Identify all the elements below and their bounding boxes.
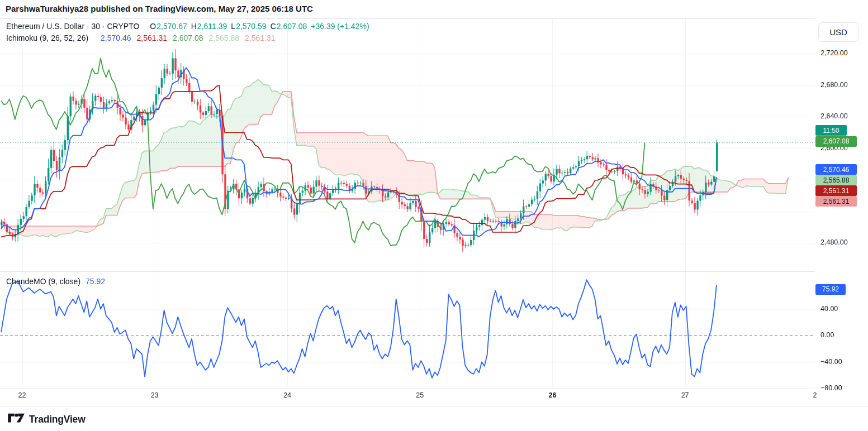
close-label: C xyxy=(271,22,276,31)
time-axis-label: 23 xyxy=(151,391,159,399)
cmo-axis-label: −40.00 xyxy=(820,358,842,366)
axis-badge-senkou-b: 2,561.31 xyxy=(815,196,857,207)
change-value: +36.39 (+1.42%) xyxy=(311,22,369,31)
ichimoku-value: 2,607.08 xyxy=(173,33,203,42)
time-axis-label: 22 xyxy=(18,391,26,399)
symbol-title[interactable]: Ethereum / U.S. Dollar · 30 · CRYPTO xyxy=(6,22,139,31)
ichimoku-values: 2,570.462,561.312,607.082,565.882,561.31 xyxy=(95,33,276,42)
cmo-axis-label: −80.00 xyxy=(820,384,842,392)
open-label: O xyxy=(150,22,156,31)
cmo-axis-label: 40.00 xyxy=(820,305,838,313)
symbol-legend[interactable]: Ethereum / U.S. Dollar · 30 · CRYPTOO2,5… xyxy=(6,22,369,31)
price-axis-label: 2,480.00 xyxy=(820,238,848,246)
tradingview-wordmark[interactable]: TradingView xyxy=(29,414,86,425)
time-axis-label: 24 xyxy=(283,391,291,399)
cmo-legend[interactable]: ChandeMO (9, close)75.92 xyxy=(6,277,105,286)
ichimoku-value: 2,570.46 xyxy=(101,33,131,42)
time-axis-label: 2 xyxy=(813,391,817,399)
tradingview-logo-icon[interactable] xyxy=(8,413,25,426)
axis-badge-tenkan: 2,570.46 xyxy=(815,164,857,175)
price-axis-label: 2,680.00 xyxy=(820,81,848,89)
price-scale[interactable] xyxy=(815,18,868,406)
axis-badge-close: 2,607.08 xyxy=(815,136,857,147)
time-axis-label: 26 xyxy=(548,391,556,399)
ichimoku-title[interactable]: Ichimoku (9, 26, 52, 26) xyxy=(6,33,88,42)
tradingview-chart-snapshot: ParshwaTurakhiya28 published on TradingV… xyxy=(0,0,868,431)
cmo-axis-label: 0.00 xyxy=(820,331,834,339)
high-label: H xyxy=(191,22,197,31)
footer: TradingView xyxy=(8,413,86,426)
ichimoku-value: 2,565.88 xyxy=(209,33,240,42)
ichimoku-value: 2,561.31 xyxy=(137,33,168,42)
time-axis-label: 25 xyxy=(416,391,424,399)
cmo-title[interactable]: ChandeMO (9, close) xyxy=(6,277,80,286)
axis-badge-senkou-a: 2,565.88 xyxy=(815,175,857,185)
open-value: 2,570.67 xyxy=(156,22,187,31)
time-axis-label: 27 xyxy=(681,391,689,399)
ichimoku-value: 2,561.31 xyxy=(245,33,276,42)
close-value: 2,607.08 xyxy=(277,22,307,31)
high-value: 2,611.39 xyxy=(197,22,227,31)
axis-badge-countdown: 11:50 xyxy=(815,125,847,136)
low-label: L xyxy=(231,22,235,31)
axis-badge-kijun: 2,561.31 xyxy=(815,185,857,196)
cmo-value: 75.92 xyxy=(86,277,105,286)
currency-toggle-button[interactable]: USD xyxy=(818,22,858,42)
price-axis-label: 2,640.00 xyxy=(820,112,848,120)
ichimoku-legend[interactable]: Ichimoku (9, 26, 52, 26)2,570.462,561.31… xyxy=(6,33,276,42)
low-value: 2,570.59 xyxy=(236,22,267,31)
price-axis-label: 2,720.00 xyxy=(820,49,848,57)
chart-canvas[interactable] xyxy=(0,0,868,431)
axis-badge-cmo: 75.92 xyxy=(815,284,846,295)
